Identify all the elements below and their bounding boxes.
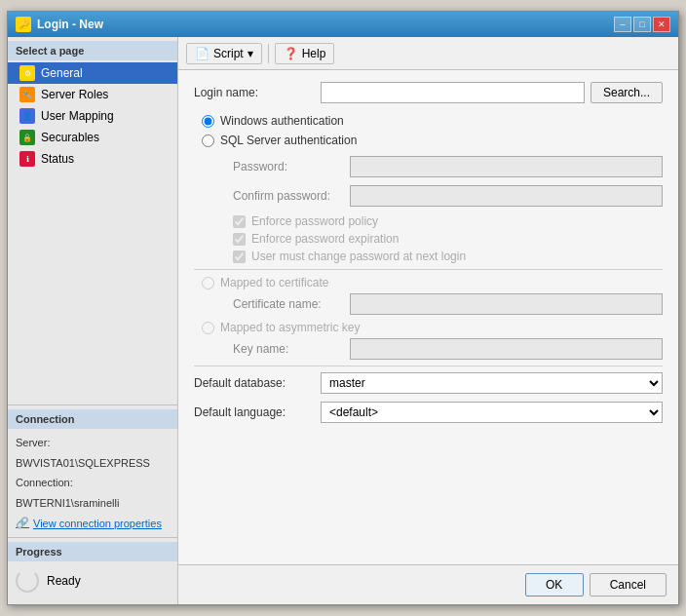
certificate-section: Mapped to certificate Certificate name: (194, 276, 663, 315)
connection-section: Connection Server: BWVISTA01\SQLEXPRESS … (8, 404, 177, 537)
ok-button[interactable]: OK (525, 573, 584, 597)
change-password-checkbox (233, 250, 246, 263)
minimize-button[interactable]: – (614, 17, 631, 32)
password-input (350, 156, 663, 177)
windows-auth-radio[interactable] (202, 115, 214, 128)
certificate-name-label: Certificate name: (233, 297, 350, 311)
progress-section: Progress Ready (8, 537, 177, 600)
connection-title: Connection (8, 409, 177, 429)
login-name-label: Login name: (194, 86, 321, 99)
search-button[interactable]: Search... (591, 82, 663, 103)
select-page-title: Select a page (8, 41, 177, 60)
certificate-name-input (350, 293, 663, 315)
window-icon: 🔑 (16, 17, 31, 32)
maximize-button[interactable]: □ (633, 17, 651, 32)
login-name-row: Login name: Search... (194, 82, 663, 103)
sidebar-item-label-general: General (41, 66, 83, 80)
server-roles-icon: 🔧 (19, 87, 35, 102)
connection-server-value: BWVISTA01\SQLEXPRESS (8, 453, 177, 474)
default-language-select[interactable]: <default> English Deutsch Français (321, 402, 663, 423)
link-icon: 🔗 (16, 517, 29, 529)
sidebar-item-label-user-mapping: User Mapping (41, 109, 114, 123)
sql-auth-row: SQL Server authentication (202, 131, 663, 150)
password-section: Password: Confirm password: (233, 156, 663, 207)
default-language-label: Default language: (194, 405, 321, 419)
connection-connection-label: Connection: (8, 473, 177, 493)
sql-auth-label[interactable]: SQL Server authentication (220, 134, 357, 147)
sidebar-item-general[interactable]: ⚙ General (8, 62, 177, 84)
confirm-password-input (350, 185, 663, 207)
confirm-password-row: Confirm password: (233, 185, 663, 207)
sidebar-item-label-status: Status (41, 152, 74, 166)
status-icon: ℹ (19, 151, 35, 167)
sidebar-item-server-roles[interactable]: 🔧 Server Roles (8, 84, 177, 105)
cancel-button[interactable]: Cancel (590, 573, 667, 597)
default-database-label: Default database: (194, 376, 321, 390)
separator-1 (194, 269, 663, 270)
mapped-key-label: Mapped to asymmetric key (220, 321, 360, 334)
script-icon: 📄 (195, 47, 210, 60)
toolbar-divider (268, 44, 269, 63)
title-bar: 🔑 Login - New – □ ✕ (8, 12, 678, 37)
change-password-row: User must change password at next login (233, 250, 663, 263)
progress-content: Ready (8, 565, 177, 597)
change-password-label: User must change password at next login (251, 250, 466, 263)
enforce-expiration-label: Enforce password expiration (251, 232, 399, 246)
default-language-row: Default language: <default> English Deut… (194, 402, 663, 423)
script-label: Script (213, 47, 244, 60)
connection-link-label: View connection properties (33, 518, 162, 529)
enforce-policy-row: Enforce password policy (233, 214, 663, 228)
help-button[interactable]: ❓ Help (275, 43, 335, 64)
sidebar-item-label-server-roles: Server Roles (41, 88, 108, 101)
key-section: Mapped to asymmetric key Key name: (194, 321, 663, 360)
sidebar: Select a page ⚙ General 🔧 Server Roles 👤… (8, 37, 178, 604)
script-button[interactable]: 📄 Script ▾ (186, 43, 262, 64)
mapped-cert-radio (202, 277, 214, 289)
toolbar: 📄 Script ▾ ❓ Help (178, 37, 678, 70)
key-name-label: Key name: (233, 342, 350, 356)
help-label: Help (302, 47, 326, 60)
cert-name-row: Certificate name: (233, 293, 663, 315)
main-content: Select a page ⚙ General 🔧 Server Roles 👤… (8, 37, 678, 604)
view-connection-properties-link[interactable]: 🔗 View connection properties (8, 513, 177, 533)
windows-auth-row: Windows authentication (202, 111, 663, 131)
help-icon: ❓ (284, 47, 298, 60)
progress-title: Progress (8, 542, 177, 561)
main-window: 🔑 Login - New – □ ✕ Select a page ⚙ Gene… (7, 11, 679, 605)
sidebar-spacer (8, 170, 177, 404)
mapped-cert-label: Mapped to certificate (220, 276, 328, 289)
enforce-policy-label: Enforce password policy (251, 214, 378, 228)
separator-2 (194, 366, 663, 366)
progress-status: Ready (47, 574, 81, 588)
right-panel: 📄 Script ▾ ❓ Help Login name: Search... (178, 37, 678, 604)
password-row: Password: (233, 156, 663, 177)
confirm-password-label: Confirm password: (233, 189, 350, 203)
default-database-select[interactable]: master tempdb model msdb (321, 372, 663, 394)
key-name-input (350, 338, 663, 360)
bottom-bar: OK Cancel (178, 564, 678, 604)
window-title: Login - New (37, 18, 103, 31)
title-controls: – □ ✕ (614, 17, 670, 32)
mapped-key-radio (202, 322, 214, 334)
enforce-expiration-row: Enforce password expiration (233, 232, 663, 246)
windows-auth-label[interactable]: Windows authentication (220, 114, 344, 128)
title-bar-left: 🔑 Login - New (16, 17, 103, 32)
mapped-cert-row: Mapped to certificate (202, 276, 663, 289)
sidebar-item-label-securables: Securables (41, 131, 99, 144)
sidebar-item-securables[interactable]: 🔒 Securables (8, 127, 177, 148)
sidebar-item-user-mapping[interactable]: 👤 User Mapping (8, 105, 177, 127)
progress-spinner (16, 569, 39, 593)
connection-server-label: Server: (8, 433, 177, 453)
close-button[interactable]: ✕ (653, 17, 670, 32)
mapped-key-row: Mapped to asymmetric key (202, 321, 663, 334)
securables-icon: 🔒 (19, 130, 35, 145)
key-name-row: Key name: (233, 338, 663, 360)
enforce-policy-checkbox (233, 215, 246, 228)
default-database-row: Default database: master tempdb model ms… (194, 372, 663, 394)
sidebar-item-status[interactable]: ℹ Status (8, 148, 177, 170)
user-mapping-icon: 👤 (19, 108, 35, 124)
login-name-input[interactable] (321, 82, 585, 103)
sql-auth-radio[interactable] (202, 135, 214, 147)
script-dropdown-icon: ▾ (248, 47, 253, 60)
form-area: Login name: Search... Windows authentica… (178, 70, 678, 564)
